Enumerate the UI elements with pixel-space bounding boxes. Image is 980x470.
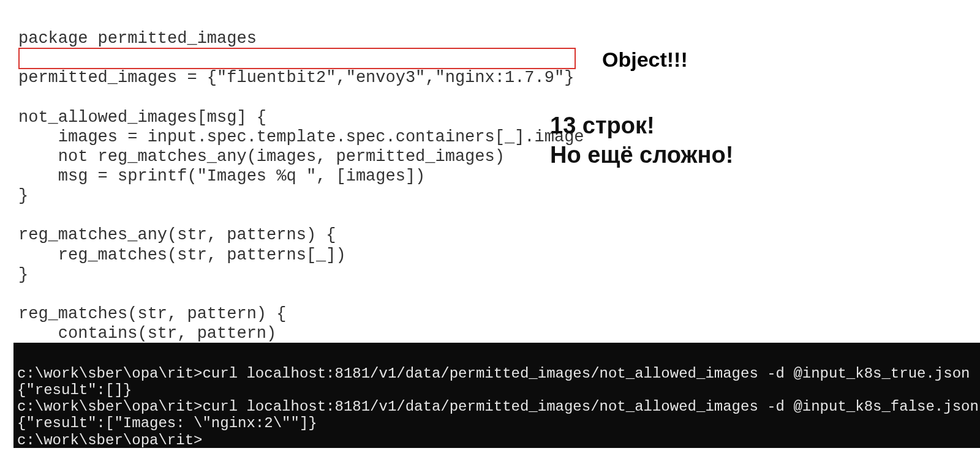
code-line: reg_matches(str, pattern) { <box>18 305 286 323</box>
annotation-lines-count: 13 строк! Но ещё сложно! <box>550 111 733 170</box>
annotation-line-2: Но ещё сложно! <box>550 141 733 170</box>
code-block: package permitted_images permitted_image… <box>18 9 588 382</box>
code-line: not_allowed_images[msg] { <box>18 108 266 127</box>
code-line: images = input.spec.template.spec.contai… <box>18 128 584 146</box>
code-line: permitted_images = {"fluentbit2","envoy3… <box>18 69 574 87</box>
annotation-line-1: 13 строк! <box>550 111 733 141</box>
annotation-object: Object!!! <box>602 48 688 72</box>
code-line: } <box>18 187 28 205</box>
code-line: reg_matches_any(str, patterns) { <box>18 226 336 244</box>
code-line: } <box>18 266 28 284</box>
code-line: package permitted_images <box>18 29 257 48</box>
code-line: contains(str, pattern) <box>18 324 276 343</box>
terminal-line: c:\work\sber\opa\rit>curl localhost:8181… <box>17 398 979 415</box>
terminal-line: {"result":[]} <box>17 382 132 398</box>
slide: package permitted_images permitted_image… <box>0 0 980 470</box>
code-line: not reg_matches_any(images, permitted_im… <box>18 147 505 166</box>
terminal: c:\work\sber\opa\rit>curl localhost:8181… <box>13 343 980 448</box>
terminal-line: {"result":["Images: \"nginx:2\""]} <box>17 415 317 431</box>
terminal-line: c:\work\sber\opa\rit>curl localhost:8181… <box>17 365 970 382</box>
code-line: msg = sprintf("Images %q ", [images]) <box>18 167 425 185</box>
code-line: reg_matches(str, patterns[_]) <box>18 246 346 264</box>
terminal-line: c:\work\sber\opa\rit> <box>17 432 202 449</box>
